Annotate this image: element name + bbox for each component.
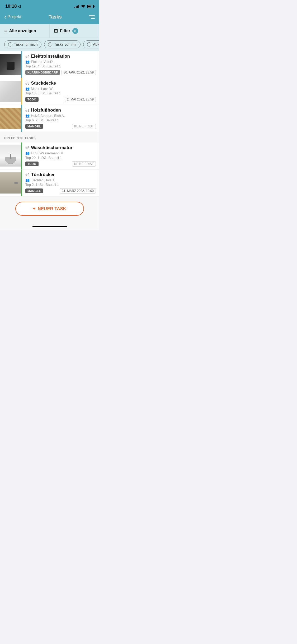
people-icon: 👥 bbox=[25, 178, 30, 182]
page-title: Tasks bbox=[49, 14, 62, 20]
task-assignee: 👥 Tischler, Holz T. bbox=[25, 178, 96, 182]
task-image bbox=[0, 108, 21, 129]
table-row[interactable]: #4 Elektroinstallation 👥 Elektro, Volt D… bbox=[0, 51, 99, 78]
filter-count-badge: 0 bbox=[72, 28, 78, 34]
task-image bbox=[0, 54, 21, 75]
status-bar: 10:18 ◁ bbox=[0, 0, 99, 11]
signal-bar-1 bbox=[74, 7, 75, 8]
task-body-wrapper: #5 Waschtischarmatur 👥 HLS, Wassermann M… bbox=[21, 142, 99, 169]
section-header-text: ERLEDIGTE TASKS bbox=[4, 136, 36, 140]
task-date: 31. MÄRZ 2022, 10:00 bbox=[60, 188, 96, 194]
table-row[interactable]: #2 Türdrücker 👥 Tischler, Holz T. Top 2,… bbox=[0, 169, 99, 196]
task-details: #3 Stuckdecke 👥 Maler, Lack W. Top 13, 3… bbox=[22, 78, 99, 105]
task-body-wrapper: #3 Stuckdecke 👥 Maler, Lack W. Top 13, 3… bbox=[21, 78, 99, 105]
task-footer: MANGEL KEINE FRIST bbox=[25, 124, 96, 129]
task-number: #2 bbox=[25, 173, 30, 177]
filter-bar: ≡ Alle anzeigen ⊟ Filter 0 bbox=[0, 24, 99, 38]
task-details: #1 Holzfußboden 👥 Holzfußboden, Eich A. … bbox=[22, 105, 99, 132]
task-title-row: #5 Waschtischarmatur bbox=[25, 145, 96, 150]
nav-bar: ‹ Projekt Tasks bbox=[0, 11, 99, 24]
battery-fill bbox=[88, 6, 91, 7]
task-assignee: 👥 Elektro, Volt D. bbox=[25, 60, 96, 64]
hamburger-line-1 bbox=[89, 15, 95, 16]
status-badge: KLÄRUNGSBEDARF bbox=[25, 70, 60, 75]
new-task-button[interactable]: + NEUER TASK bbox=[15, 202, 84, 216]
task-location: Top 2, 1. St., Bauteil 1 bbox=[25, 183, 96, 187]
table-row[interactable]: #3 Stuckdecke 👥 Maler, Lack W. Top 13, 3… bbox=[0, 78, 99, 105]
task-thumbnail bbox=[0, 78, 21, 105]
task-image bbox=[0, 145, 21, 167]
chip-label-1: Tasks für mich bbox=[14, 42, 37, 47]
back-button[interactable]: ‹ Projekt bbox=[4, 13, 21, 21]
task-details: #2 Türdrücker 👥 Tischler, Holz T. Top 2,… bbox=[22, 169, 99, 196]
task-location: Top 19, 4. St., Bauteil 1 bbox=[25, 64, 96, 68]
people-icon: 👥 bbox=[25, 60, 30, 64]
task-title-row: #4 Elektroinstallation bbox=[25, 54, 96, 59]
task-thumbnail bbox=[0, 105, 21, 132]
status-badge: TODO bbox=[25, 97, 39, 102]
status-icons bbox=[74, 4, 94, 9]
task-no-date: KEINE FRIST bbox=[72, 124, 96, 129]
task-body-wrapper: #2 Türdrücker 👥 Tischler, Holz T. Top 2,… bbox=[21, 169, 99, 196]
task-number: #1 bbox=[25, 108, 30, 112]
task-footer: TODO 2. MAI 2022, 23:59 bbox=[25, 97, 96, 102]
task-number: #4 bbox=[25, 54, 30, 58]
table-row[interactable]: #1 Holzfußboden 👥 Holzfußboden, Eich A. … bbox=[0, 105, 99, 132]
all-tasks-label: Alle anzeigen bbox=[9, 29, 36, 33]
status-badge: MANGEL bbox=[25, 124, 43, 129]
task-footer: MANGEL 31. MÄRZ 2022, 10:00 bbox=[25, 188, 96, 194]
task-title: Elektroinstallation bbox=[31, 54, 70, 59]
task-number: #3 bbox=[25, 81, 30, 85]
signal-bars bbox=[74, 4, 79, 8]
back-chevron: ‹ bbox=[4, 13, 6, 21]
task-no-date: KEINE FRIST bbox=[72, 161, 96, 167]
filter-button[interactable]: ⊟ Filter 0 bbox=[50, 24, 99, 38]
task-assignee: 👥 Maler, Lack W. bbox=[25, 87, 96, 91]
list-icon: ≡ bbox=[4, 28, 7, 34]
task-location: Top 6, 2. St., Bauteil 1 bbox=[25, 118, 96, 122]
chip-label-3: Abklärun... bbox=[93, 42, 99, 47]
plus-icon: + bbox=[33, 206, 36, 211]
chip-tasks-from-me[interactable]: Tasks von mir bbox=[44, 40, 81, 48]
task-date: 30. APR. 2022, 23:59 bbox=[62, 70, 96, 75]
time-display: 10:18 bbox=[5, 4, 17, 9]
chips-bar: Tasks für mich Tasks von mir Abklärun... bbox=[0, 38, 99, 51]
task-assignee: 👥 HLS, Wassermann M. bbox=[25, 151, 96, 155]
chip-abklarung[interactable]: Abklärun... bbox=[83, 40, 99, 48]
task-title-row: #3 Stuckdecke bbox=[25, 81, 96, 86]
menu-button[interactable] bbox=[89, 15, 95, 19]
back-label: Projekt bbox=[7, 14, 21, 20]
chip-label-2: Tasks von mir bbox=[54, 42, 77, 47]
signal-bar-2 bbox=[76, 6, 77, 8]
filter-label: Filter bbox=[60, 29, 70, 33]
filter-count: 0 bbox=[74, 29, 76, 33]
task-location: Top 20, 1. DG, Bauteil 1 bbox=[25, 156, 96, 160]
task-assignee: 👥 Holzfußboden, Eich A. bbox=[25, 114, 96, 118]
task-body-wrapper: #4 Elektroinstallation 👥 Elektro, Volt D… bbox=[21, 51, 99, 78]
task-image bbox=[0, 81, 21, 102]
battery-icon bbox=[87, 5, 94, 8]
chip-tasks-for-me[interactable]: Tasks für mich bbox=[4, 40, 41, 48]
people-icon: 👥 bbox=[25, 151, 30, 155]
table-row[interactable]: #5 Waschtischarmatur 👥 HLS, Wassermann M… bbox=[0, 142, 99, 169]
all-tasks-button[interactable]: ≡ Alle anzeigen bbox=[0, 24, 50, 38]
task-number: #5 bbox=[25, 146, 30, 150]
status-badge: MANGEL bbox=[25, 188, 43, 193]
task-title: Holzfußboden bbox=[31, 108, 61, 113]
task-footer: KLÄRUNGSBEDARF 30. APR. 2022, 23:59 bbox=[25, 70, 96, 75]
task-details: #5 Waschtischarmatur 👥 HLS, Wassermann M… bbox=[22, 142, 99, 169]
signal-bar-3 bbox=[77, 6, 78, 8]
new-task-label: NEUER TASK bbox=[38, 206, 66, 211]
task-details: #4 Elektroinstallation 👥 Elektro, Volt D… bbox=[22, 51, 99, 78]
location-icon: ◁ bbox=[18, 4, 21, 8]
filter-icon: ⊟ bbox=[54, 28, 58, 34]
home-bar bbox=[32, 226, 67, 227]
task-thumbnail bbox=[0, 142, 21, 169]
status-time: 10:18 ◁ bbox=[5, 4, 21, 9]
task-title-row: #2 Türdrücker bbox=[25, 172, 96, 177]
task-title-row: #1 Holzfußboden bbox=[25, 108, 96, 113]
hamburger-line-3 bbox=[91, 18, 95, 19]
task-thumbnail bbox=[0, 169, 21, 196]
signal-bar-4 bbox=[78, 5, 79, 8]
task-image bbox=[0, 172, 21, 194]
